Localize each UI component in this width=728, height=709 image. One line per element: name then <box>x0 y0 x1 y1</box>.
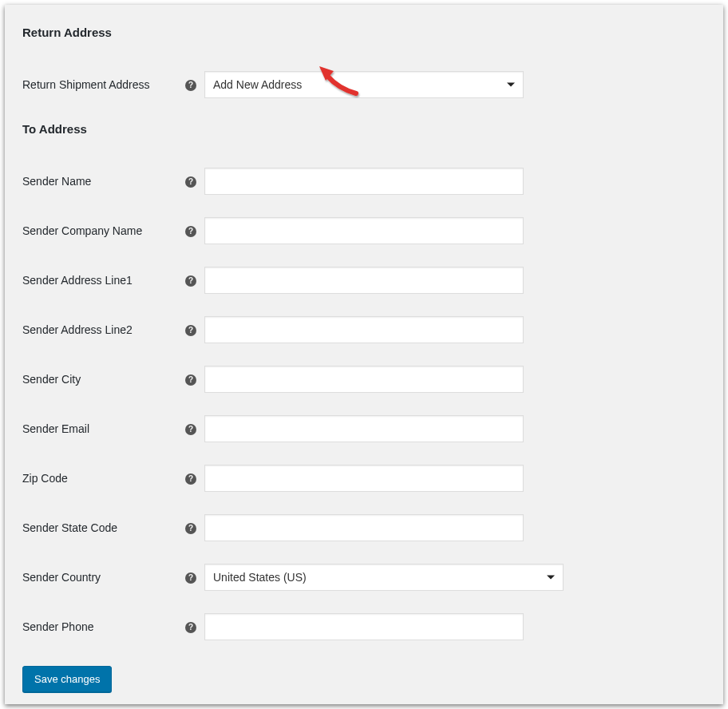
sender-phone-field[interactable] <box>204 613 524 640</box>
help-icon[interactable]: ? <box>185 80 196 91</box>
label-sender-state-code: Sender State Code <box>22 503 185 553</box>
help-icon[interactable]: ? <box>185 325 196 336</box>
help-icon[interactable]: ? <box>185 374 196 386</box>
label-sender-country: Sender Country <box>22 553 185 602</box>
zip-code-field[interactable] <box>204 465 524 492</box>
help-icon[interactable]: ? <box>185 523 196 534</box>
help-icon[interactable]: ? <box>185 473 196 485</box>
form-table-to: Sender Name ? Sender Company Name ? Send… <box>22 156 706 652</box>
sender-state-code-field[interactable] <box>204 514 524 541</box>
form-table-return: Return Shipment Address ? Add New Addres… <box>22 60 706 109</box>
label-sender-phone: Sender Phone <box>22 602 185 652</box>
select-value: United States (US) <box>213 571 540 584</box>
section-title-to-address: To Address <box>22 122 706 136</box>
label-sender-address-line1: Sender Address Line1 <box>22 255 185 305</box>
sender-email-field[interactable] <box>204 415 524 442</box>
sender-country-select[interactable]: United States (US) <box>204 564 564 591</box>
label-sender-email: Sender Email <box>22 404 185 454</box>
label-return-shipment-address: Return Shipment Address <box>22 60 185 109</box>
chevron-down-icon <box>547 576 555 580</box>
sender-city-field[interactable] <box>204 366 524 393</box>
label-zip-code: Zip Code <box>22 454 185 503</box>
label-sender-company-name: Sender Company Name <box>22 206 185 255</box>
sender-company-name-field[interactable] <box>204 217 524 244</box>
sender-name-field[interactable] <box>204 168 524 195</box>
select-value: Add New Address <box>213 78 500 91</box>
label-sender-city: Sender City <box>22 354 185 404</box>
help-icon[interactable]: ? <box>185 424 196 435</box>
sender-address-line2-field[interactable] <box>204 316 524 343</box>
help-icon[interactable]: ? <box>185 572 196 584</box>
label-sender-name: Sender Name <box>22 156 185 206</box>
help-icon[interactable]: ? <box>185 176 196 188</box>
save-changes-button[interactable]: Save changes <box>22 666 112 692</box>
section-title-return-address: Return Address <box>22 26 706 39</box>
settings-panel: Return Address Return Shipment Address ?… <box>5 5 723 704</box>
return-shipment-address-select[interactable]: Add New Address <box>204 71 524 98</box>
label-sender-address-line2: Sender Address Line2 <box>22 305 185 354</box>
help-icon[interactable]: ? <box>185 275 196 287</box>
sender-address-line1-field[interactable] <box>204 267 524 294</box>
chevron-down-icon <box>507 83 515 87</box>
help-icon[interactable]: ? <box>185 226 196 237</box>
help-icon[interactable]: ? <box>185 622 196 633</box>
